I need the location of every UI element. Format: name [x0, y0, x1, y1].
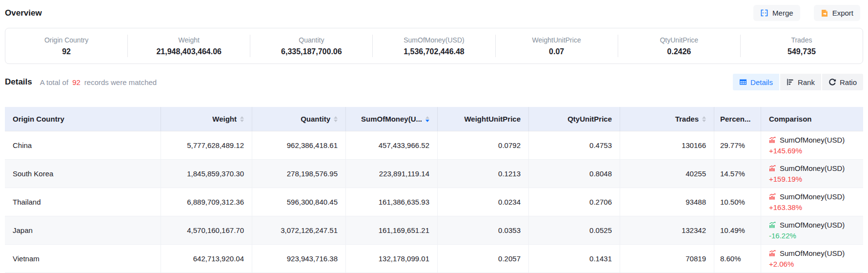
stat-value: 21,948,403,464.06	[156, 47, 221, 56]
stat-label: Trades	[791, 36, 812, 44]
trades-cell: 132342	[620, 216, 714, 245]
export-button[interactable]: Export	[814, 5, 860, 21]
stat-quantity: Quantity 6,335,187,700.06	[250, 35, 372, 57]
trades-cell: 70819	[620, 245, 714, 273]
stat-label: WeightUnitPrice	[532, 36, 581, 44]
column-label: SumOfMoney(U...	[361, 115, 422, 123]
sort-carets-icon	[240, 116, 244, 122]
column-header-weight-unit-price: WeightUnitPrice	[438, 107, 529, 131]
table-header-row: Origin Country Weight Quantity SumOfMone…	[5, 107, 863, 131]
quantity-cell: 596,300,840.45	[252, 188, 346, 216]
records-summary: A total of 92 records were matched	[40, 78, 157, 86]
merge-button-label: Merge	[772, 9, 793, 17]
summary-prefix: A total of	[40, 78, 68, 86]
top-actions: Merge Export	[753, 5, 860, 21]
tab-ratio-label: Ratio	[840, 78, 857, 86]
tab-details[interactable]: Details	[733, 74, 779, 90]
comparison-cell: SumOfMoney(USD) +2.06%	[761, 245, 863, 273]
stat-value: 0.2426	[667, 47, 691, 56]
details-bar: Details A total of 92 records were match…	[5, 74, 863, 90]
comparison-cell: SumOfMoney(USD) +159.19%	[761, 160, 863, 188]
weight-unit-price-cell: 0.1213	[438, 160, 529, 188]
ratio-cycle-icon	[828, 78, 836, 86]
qty-unit-price-cell: 0.4753	[529, 131, 620, 160]
percent-cell: 14.57%	[714, 160, 761, 188]
stat-sum-of-money: SumOfMoney(USD) 1,536,702,446.48	[372, 35, 495, 57]
percent-cell: 8.60%	[714, 245, 761, 273]
sort-carets-icon	[334, 116, 338, 122]
origin-country-cell: South Korea	[5, 160, 161, 188]
stat-label: Quantity	[299, 36, 324, 44]
quantity-cell: 923,943,716.38	[252, 245, 346, 273]
weight-cell: 6,889,709,312.36	[161, 188, 252, 216]
origin-country-cell: Japan	[5, 216, 161, 245]
weight-unit-price-cell: 0.2057	[438, 245, 529, 273]
column-label: Quantity	[301, 115, 330, 123]
column-header-quantity[interactable]: Quantity	[252, 107, 346, 131]
column-label: Weight	[212, 115, 237, 123]
stat-label: Weight	[179, 36, 200, 44]
stat-label: SumOfMoney(USD)	[404, 36, 464, 44]
comparison-metric: SumOfMoney(USD)	[780, 221, 845, 229]
comparison-cell: SumOfMoney(USD) +145.69%	[761, 131, 863, 160]
stat-label: QtyUnitPrice	[660, 36, 698, 44]
page-title: Overview	[5, 8, 42, 18]
column-header-comparison: Comparison	[761, 107, 863, 131]
column-label: WeightUnitPrice	[464, 115, 521, 123]
export-button-label: Export	[832, 9, 853, 17]
comparison-metric: SumOfMoney(USD)	[780, 136, 845, 144]
weight-unit-price-cell: 0.0353	[438, 216, 529, 245]
origin-country-cell: China	[5, 131, 161, 160]
top-bar: Overview Merge	[0, 0, 868, 26]
tab-rank[interactable]: Rank	[780, 74, 821, 90]
trade-analytics-page: Overview Merge	[0, 0, 868, 273]
stat-label: Origin Country	[44, 36, 88, 44]
column-label: Origin Country	[13, 115, 64, 123]
sort-carets-icon	[425, 116, 429, 122]
stat-value: 549,735	[787, 47, 816, 56]
tab-rank-label: Rank	[798, 78, 815, 86]
table-row: South Korea 1,845,859,370.30 278,198,576…	[5, 160, 863, 188]
tab-details-label: Details	[750, 78, 773, 86]
summary-suffix: records were matched	[84, 78, 157, 86]
column-header-percent: Percen...	[714, 107, 761, 131]
tab-ratio[interactable]: Ratio	[822, 74, 863, 90]
export-file-icon	[821, 9, 828, 17]
quantity-cell: 3,072,126,247.51	[252, 216, 346, 245]
trend-chart-icon	[769, 250, 776, 257]
column-header-trades[interactable]: Trades	[620, 107, 714, 131]
column-header-sum-of-money[interactable]: SumOfMoney(U...	[346, 107, 438, 131]
weight-cell: 4,570,160,167.70	[161, 216, 252, 245]
merge-button[interactable]: Merge	[753, 5, 800, 21]
merge-icon	[760, 9, 768, 17]
trades-cell: 93488	[620, 188, 714, 216]
weight-unit-price-cell: 0.0234	[438, 188, 529, 216]
qty-unit-price-cell: 0.0525	[529, 216, 620, 245]
trend-chart-icon	[769, 221, 776, 229]
stat-weight-unit-price: WeightUnitPrice 0.07	[495, 35, 618, 57]
weight-unit-price-cell: 0.0792	[438, 131, 529, 160]
sum-of-money-cell: 457,433,966.52	[346, 131, 438, 160]
qty-unit-price-cell: 0.2706	[529, 188, 620, 216]
trades-cell: 130166	[620, 131, 714, 160]
column-header-weight[interactable]: Weight	[161, 107, 252, 131]
details-table: Origin Country Weight Quantity SumOfMone…	[5, 107, 863, 273]
column-header-qty-unit-price: QtyUnitPrice	[529, 107, 620, 131]
qty-unit-price-cell: 0.8048	[529, 160, 620, 188]
percent-cell: 29.77%	[714, 131, 761, 160]
percent-cell: 10.50%	[714, 188, 761, 216]
percent-cell: 10.49%	[714, 216, 761, 245]
stat-value: 6,335,187,700.06	[281, 47, 342, 56]
sum-of-money-cell: 132,178,099.01	[346, 245, 438, 273]
sum-of-money-cell: 223,891,119.14	[346, 160, 438, 188]
origin-country-cell: Thailand	[5, 188, 161, 216]
quantity-cell: 278,198,576.95	[252, 160, 346, 188]
weight-cell: 642,713,920.04	[161, 245, 252, 273]
table-row: Japan 4,570,160,167.70 3,072,126,247.51 …	[5, 216, 863, 245]
comparison-change: +145.69%	[769, 147, 855, 155]
comparison-change: -16.22%	[769, 231, 855, 240]
comparison-metric: SumOfMoney(USD)	[780, 192, 845, 201]
comparison-change: +2.06%	[769, 260, 855, 268]
stat-origin-country: Origin Country 92	[5, 35, 127, 57]
comparison-metric: SumOfMoney(USD)	[780, 164, 845, 172]
